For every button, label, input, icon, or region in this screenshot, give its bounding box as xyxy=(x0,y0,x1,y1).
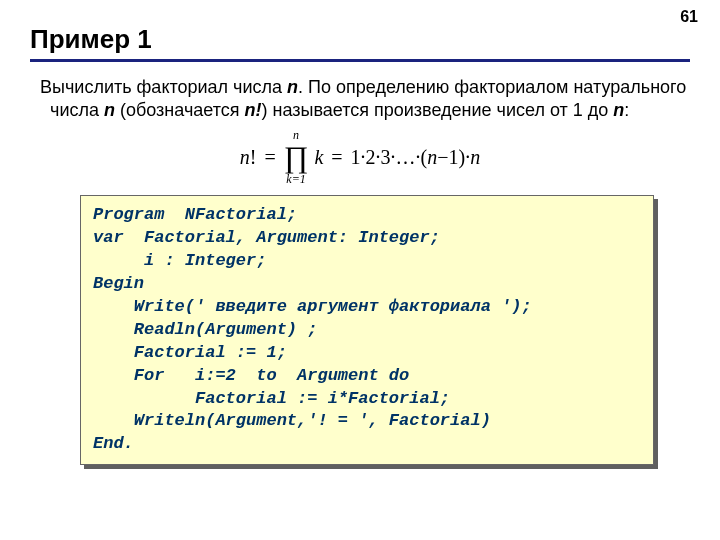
var-k: k xyxy=(314,146,323,169)
var-n: n xyxy=(104,100,115,120)
formula: n! = n ∏ k=1 k = 1·2·3·…·(n−1)·n xyxy=(30,129,690,185)
formula-lhs: n! xyxy=(240,146,257,169)
code-content: Program NFactorial; var Factorial, Argum… xyxy=(93,204,641,456)
product-lower: k=1 xyxy=(286,173,305,185)
body-fragment: (обозначается xyxy=(115,100,245,120)
equals-sign: = xyxy=(329,146,344,169)
body-fragment: ) называется произведение чисел от 1 до xyxy=(261,100,613,120)
var-n: n xyxy=(470,146,480,168)
var-n: n xyxy=(287,77,298,97)
code-block: Program NFactorial; var Factorial, Argum… xyxy=(80,195,654,465)
body-fragment: : xyxy=(624,100,629,120)
body-fragment: Вычислить факториал числа xyxy=(40,77,287,97)
var-n: n xyxy=(240,146,250,168)
var-n: n xyxy=(427,146,437,168)
formula-rhs: 1·2·3·…·(n−1)·n xyxy=(351,146,481,169)
equals-sign: = xyxy=(262,146,277,169)
slide: 61 Пример 1 Вычислить факториал числа n.… xyxy=(0,0,720,540)
title-rule xyxy=(30,59,690,62)
var-n: n xyxy=(613,100,624,120)
page-number: 61 xyxy=(680,8,698,26)
rhs-fragment: −1)· xyxy=(437,146,470,168)
product-symbol: n ∏ k=1 xyxy=(284,129,309,185)
page-title: Пример 1 xyxy=(30,24,690,55)
factorial-sign: ! xyxy=(250,146,257,168)
pi-icon: ∏ xyxy=(284,142,309,172)
var-n-fact: n! xyxy=(244,100,261,120)
body-text: Вычислить факториал числа n. По определе… xyxy=(40,76,690,121)
rhs-fragment: 1·2·3·…·( xyxy=(351,146,428,168)
